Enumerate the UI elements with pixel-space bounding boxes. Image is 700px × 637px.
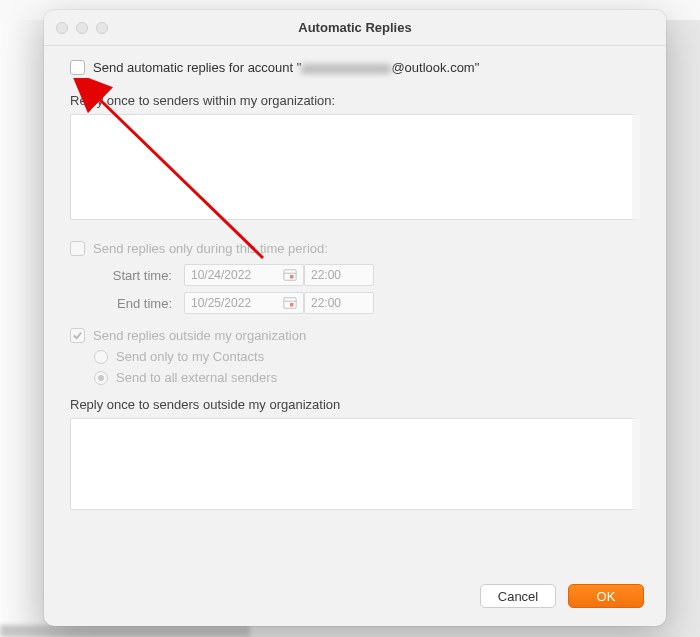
outside-org-radio-group: Send only to my Contacts Send to all ext… (94, 349, 640, 385)
send-only-contacts-radio[interactable]: Send only to my Contacts (94, 349, 640, 364)
radio-label-all: Send to all external senders (116, 370, 277, 385)
account-name-redacted (301, 64, 391, 74)
start-time-value: 22:00 (311, 268, 341, 282)
zoom-window-button[interactable] (96, 22, 108, 34)
time-period-label: Send replies only during this time perio… (93, 241, 328, 256)
ok-button[interactable]: OK (568, 584, 644, 608)
end-time-field[interactable]: 22:00 (304, 292, 374, 314)
end-time-value: 22:00 (311, 296, 341, 310)
time-period-block: Send replies only during this time perio… (70, 241, 640, 314)
outside-org-label: Send replies outside my organization (93, 328, 306, 343)
internal-reply-label: Reply once to senders within my organiza… (70, 93, 640, 108)
calendar-icon (283, 268, 297, 282)
check-icon (72, 330, 83, 341)
external-reply-textarea[interactable] (70, 418, 640, 510)
send-automatic-replies-checkbox[interactable] (70, 60, 85, 75)
external-reply-label: Reply once to senders outside my organiz… (70, 397, 640, 412)
titlebar: Automatic Replies (44, 10, 666, 46)
svg-rect-2 (290, 275, 294, 279)
start-date-value: 10/24/2022 (191, 268, 251, 282)
send-all-external-radio[interactable]: Send to all external senders (94, 370, 640, 385)
background-blur-text (0, 625, 250, 637)
calendar-icon (283, 296, 297, 310)
end-time-label: End time: (94, 296, 184, 311)
start-date-field[interactable]: 10/24/2022 (184, 264, 304, 286)
time-period-grid: Start time: 10/24/2022 22:00 End time: 1… (94, 264, 640, 314)
radio-icon (94, 350, 108, 364)
start-time-field[interactable]: 22:00 (304, 264, 374, 286)
time-period-checkbox[interactable] (70, 241, 85, 256)
send-automatic-replies-row: Send automatic replies for account "@out… (70, 60, 640, 75)
send-automatic-replies-label: Send automatic replies for account "@out… (93, 60, 479, 75)
automatic-replies-dialog: Automatic Replies Send automatic replies… (44, 10, 666, 626)
minimize-window-button[interactable] (76, 22, 88, 34)
close-window-button[interactable] (56, 22, 68, 34)
label-suffix: @outlook.com" (391, 60, 479, 75)
background-sidebar (0, 20, 50, 637)
outside-org-checkbox[interactable] (70, 328, 85, 343)
dialog-title: Automatic Replies (44, 20, 666, 35)
end-date-value: 10/25/2022 (191, 296, 251, 310)
radio-icon (94, 371, 108, 385)
dialog-footer: Cancel OK (44, 572, 666, 626)
internal-reply-textarea[interactable] (70, 114, 640, 220)
window-controls (56, 22, 108, 34)
end-date-field[interactable]: 10/25/2022 (184, 292, 304, 314)
radio-label-contacts: Send only to my Contacts (116, 349, 264, 364)
outside-org-block: Send replies outside my organization Sen… (70, 328, 640, 385)
dialog-content: Send automatic replies for account "@out… (44, 46, 666, 572)
label-prefix: Send automatic replies for account " (93, 60, 301, 75)
start-time-label: Start time: (94, 268, 184, 283)
cancel-button[interactable]: Cancel (480, 584, 556, 608)
svg-rect-5 (290, 303, 294, 307)
